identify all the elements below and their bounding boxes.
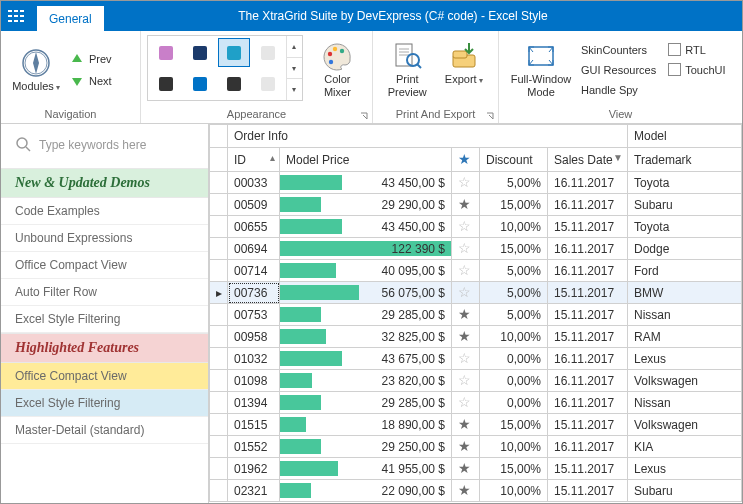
- cell-price[interactable]: 32 825,00 $: [280, 326, 452, 348]
- cell-star[interactable]: ☆: [452, 238, 480, 260]
- cell-star[interactable]: ★: [452, 480, 480, 502]
- cell-discount[interactable]: 5,00%: [480, 172, 548, 194]
- cell-discount[interactable]: 10,00%: [480, 326, 548, 348]
- cell-discount[interactable]: 0,00%: [480, 348, 548, 370]
- cell-trademark[interactable]: Volkswagen: [628, 414, 742, 436]
- cell-price[interactable]: 29 290,00 $: [280, 194, 452, 216]
- cell-discount[interactable]: 15,00%: [480, 414, 548, 436]
- gui-resources-button[interactable]: GUI Resources: [581, 60, 660, 80]
- cell-price[interactable]: 23 820,00 $: [280, 370, 452, 392]
- cell-star[interactable]: ★: [452, 304, 480, 326]
- cell-trademark[interactable]: Subaru: [628, 194, 742, 216]
- skin-gallery-item[interactable]: [218, 69, 250, 98]
- touchui-checkbox[interactable]: TouchUI: [668, 60, 729, 80]
- cell-price[interactable]: 40 095,00 $: [280, 260, 452, 282]
- cell-id[interactable]: 00033: [228, 172, 280, 194]
- data-grid[interactable]: Order Info Model ID▴ Model Price ★ Disco…: [209, 124, 742, 503]
- cell-trademark[interactable]: Subaru: [628, 480, 742, 502]
- table-row[interactable]: 0050929 290,00 $★15,00%16.11.2017Subaru: [210, 194, 742, 216]
- cell-discount[interactable]: 5,00%: [480, 304, 548, 326]
- sidebar-item[interactable]: Excel Style Filtering: [1, 306, 208, 333]
- next-button[interactable]: Next: [65, 70, 116, 92]
- cell-id[interactable]: 00655: [228, 216, 280, 238]
- search-input[interactable]: Type keywords here: [1, 132, 208, 168]
- cell-star[interactable]: ★: [452, 414, 480, 436]
- table-row[interactable]: 0109823 820,00 $☆0,00%16.11.2017Volkswag…: [210, 370, 742, 392]
- cell-price[interactable]: 29 285,00 $: [280, 304, 452, 326]
- cell-id[interactable]: 00736: [228, 282, 280, 304]
- cell-trademark[interactable]: Ford: [628, 260, 742, 282]
- cell-id[interactable]: 01962: [228, 458, 280, 480]
- table-row[interactable]: 0151518 890,00 $★15,00%15.11.2017Volkswa…: [210, 414, 742, 436]
- cell-discount[interactable]: 10,00%: [480, 436, 548, 458]
- table-row[interactable]: ▸0073656 075,00 $☆5,00%15.11.2017BMW: [210, 282, 742, 304]
- cell-date[interactable]: 16.11.2017: [548, 392, 628, 414]
- cell-id[interactable]: 01515: [228, 414, 280, 436]
- prev-button[interactable]: Prev: [65, 48, 116, 70]
- cell-star[interactable]: ☆: [452, 172, 480, 194]
- cell-star[interactable]: ☆: [452, 392, 480, 414]
- dialog-launcher-icon[interactable]: [486, 112, 494, 120]
- cell-price[interactable]: 43 450,00 $: [280, 216, 452, 238]
- cell-discount[interactable]: 0,00%: [480, 392, 548, 414]
- cell-trademark[interactable]: Dodge: [628, 238, 742, 260]
- cell-price[interactable]: 41 955,00 $: [280, 458, 452, 480]
- cell-price[interactable]: 18 890,00 $: [280, 414, 452, 436]
- skin-gallery[interactable]: ▴ ▾ ▾: [147, 35, 303, 101]
- cell-trademark[interactable]: RAM: [628, 326, 742, 348]
- skin-gallery-item[interactable]: [150, 38, 182, 67]
- dialog-launcher-icon[interactable]: [360, 112, 368, 120]
- table-row[interactable]: 0071440 095,00 $☆5,00%16.11.2017Ford: [210, 260, 742, 282]
- cell-trademark[interactable]: Nissan: [628, 392, 742, 414]
- export-button[interactable]: Export▾: [436, 35, 493, 104]
- sidebar-item[interactable]: Auto Filter Row: [1, 279, 208, 306]
- table-row[interactable]: 0003343 450,00 $☆5,00%16.11.2017Toyota: [210, 172, 742, 194]
- skin-gallery-item[interactable]: [184, 38, 216, 67]
- gallery-up-button[interactable]: ▴: [287, 36, 302, 58]
- col-star[interactable]: ★: [452, 148, 480, 172]
- skin-gallery-item[interactable]: [252, 69, 284, 98]
- cell-date[interactable]: 16.11.2017: [548, 238, 628, 260]
- cell-id[interactable]: 02321: [228, 480, 280, 502]
- color-mixer-button[interactable]: Color Mixer: [309, 35, 366, 104]
- col-discount[interactable]: Discount: [480, 148, 548, 172]
- cell-price[interactable]: 122 390 $: [280, 238, 452, 260]
- col-price[interactable]: Model Price: [280, 148, 452, 172]
- table-row[interactable]: 0095832 825,00 $★10,00%15.11.2017RAM: [210, 326, 742, 348]
- cell-star[interactable]: ★: [452, 194, 480, 216]
- cell-discount[interactable]: 0,00%: [480, 370, 548, 392]
- cell-price[interactable]: 43 675,00 $: [280, 348, 452, 370]
- cell-star[interactable]: ★: [452, 436, 480, 458]
- cell-discount[interactable]: 10,00%: [480, 480, 548, 502]
- cell-id[interactable]: 01098: [228, 370, 280, 392]
- cell-date[interactable]: 16.11.2017: [548, 348, 628, 370]
- table-row[interactable]: 0155229 250,00 $★10,00%16.11.2017KIA: [210, 436, 742, 458]
- col-trademark[interactable]: Trademark: [628, 148, 742, 172]
- cell-trademark[interactable]: Lexus: [628, 348, 742, 370]
- cell-discount[interactable]: 5,00%: [480, 282, 548, 304]
- ribbon-tab-general[interactable]: General: [37, 6, 104, 31]
- cell-date[interactable]: 15.11.2017: [548, 326, 628, 348]
- sidebar-item[interactable]: Office Compact View: [1, 252, 208, 279]
- cell-date[interactable]: 16.11.2017: [548, 260, 628, 282]
- sidebar-item[interactable]: Code Examples: [1, 198, 208, 225]
- print-preview-button[interactable]: Print Preview: [379, 35, 436, 104]
- skin-gallery-item[interactable]: [184, 69, 216, 98]
- cell-date[interactable]: 16.11.2017: [548, 436, 628, 458]
- table-row[interactable]: 0232122 090,00 $★10,00%15.11.2017Subaru: [210, 480, 742, 502]
- full-window-mode-button[interactable]: Full-Window Mode: [505, 35, 577, 104]
- cell-date[interactable]: 15.11.2017: [548, 414, 628, 436]
- cell-price[interactable]: 56 075,00 $: [280, 282, 452, 304]
- cell-id[interactable]: 01552: [228, 436, 280, 458]
- handle-spy-button[interactable]: Handle Spy: [581, 80, 660, 100]
- cell-star[interactable]: ☆: [452, 282, 480, 304]
- cell-star[interactable]: ★: [452, 458, 480, 480]
- skin-gallery-item[interactable]: [150, 69, 182, 98]
- table-row[interactable]: 0103243 675,00 $☆0,00%16.11.2017Lexus: [210, 348, 742, 370]
- band-order-info[interactable]: Order Info: [228, 125, 628, 148]
- cell-trademark[interactable]: Toyota: [628, 216, 742, 238]
- cell-discount[interactable]: 5,00%: [480, 260, 548, 282]
- cell-star[interactable]: ☆: [452, 216, 480, 238]
- cell-date[interactable]: 16.11.2017: [548, 370, 628, 392]
- cell-id[interactable]: 00714: [228, 260, 280, 282]
